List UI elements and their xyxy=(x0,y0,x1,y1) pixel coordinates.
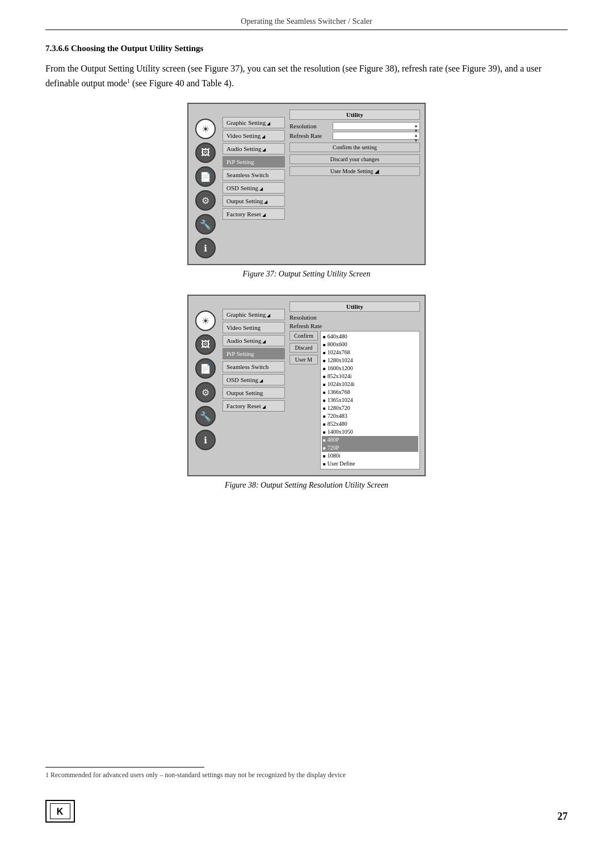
menu-graphic-setting[interactable]: Graphic Setting xyxy=(222,117,285,128)
footnote-divider xyxy=(45,767,204,768)
figure-38-caption: Figure 38: Output Setting Resolution Uti… xyxy=(225,481,388,490)
refresh-rate-row-37: Refresh Rate ▲▼ xyxy=(289,132,420,140)
confirm-btn-area-37: Confirm the setting Discard your changes… xyxy=(289,142,420,177)
res-item-user-define[interactable]: ■User Define xyxy=(322,460,418,468)
res-list-col: ■640x480 ■800x600 ■1024x768 ■1280x1024 ■… xyxy=(320,331,420,469)
utility-title-38: Utility xyxy=(289,301,420,312)
icon-gear: ⚙ xyxy=(195,190,216,211)
icon-brightness: ☀ xyxy=(195,119,216,139)
discard-button-38[interactable]: Discard xyxy=(289,343,318,353)
menu-video-setting[interactable]: Video Setting xyxy=(222,130,285,141)
icon-document-38: 📄 xyxy=(195,358,216,379)
body-text: From the Output Setting Utility screen (… xyxy=(45,61,568,90)
res-item-1366-768[interactable]: ■1366x768 xyxy=(322,388,418,396)
footnote-text: 1 Recommended for advanced users only – … xyxy=(45,771,568,779)
refresh-rate-label-38: Refresh Rate xyxy=(289,322,330,329)
menu-factory-reset[interactable]: Factory Reset xyxy=(222,208,285,220)
page-wrapper: Operating the Seamless Switcher / Scaler… xyxy=(0,0,613,868)
discard-button-37[interactable]: Discard your changes xyxy=(289,154,420,164)
footnote-body: Recommended for advanced users only – no… xyxy=(51,771,346,779)
menu-osd-setting[interactable]: OSD Setting xyxy=(222,182,285,194)
resolution-row-37: Resolution ▲▼ xyxy=(289,122,420,130)
kramer-logo: K xyxy=(45,800,75,823)
res-item-720-483[interactable]: ■720x483 xyxy=(322,412,418,420)
res-buttons-col: Confirm Discard User M xyxy=(289,331,318,469)
res-item-1400-1050[interactable]: ■1400x1050 xyxy=(322,428,418,436)
res-item-480p[interactable]: ■480P xyxy=(322,436,418,444)
section-number: 7.3.6.6 xyxy=(45,44,69,53)
menu-output-setting[interactable]: Output Setting xyxy=(222,195,285,207)
resolution-label-38: Resolution xyxy=(289,314,330,321)
menu-panel-37: Graphic Setting Video Setting Audio Sett… xyxy=(222,110,285,258)
res-item-640[interactable]: ■640x480 xyxy=(322,333,418,341)
section-heading: 7.3.6.6 Choosing the Output Utility Sett… xyxy=(45,44,568,53)
body-paragraph: From the Output Setting Utility screen (… xyxy=(45,64,541,88)
menu-video-setting-38[interactable]: Video Setting xyxy=(222,322,285,333)
res-item-720p[interactable]: ■720P xyxy=(322,444,418,452)
resolution-row-38: Resolution xyxy=(289,314,420,321)
icon-gear-38: ⚙ xyxy=(195,382,216,402)
icon-document: 📄 xyxy=(195,166,216,187)
icon-tool: 🔧 xyxy=(195,214,216,234)
refresh-rate-arrow-37: ▲▼ xyxy=(414,133,418,143)
menu-seamless-switch[interactable]: Seamless Switch xyxy=(222,169,285,181)
icon-info: ℹ xyxy=(195,238,216,258)
res-item-1280-1024[interactable]: ■1280x1024 xyxy=(322,357,418,364)
figure-38-container: ☀ 🖼 📄 ⚙ 🔧 ℹ Graphic Setting Video Settin… xyxy=(45,295,568,490)
page-footer: K 27 xyxy=(45,800,568,823)
utility-title-37: Utility xyxy=(289,110,420,120)
utility-panel-38: Utility Resolution Refresh Rate Confirm … xyxy=(289,301,420,469)
logo-svg: K xyxy=(50,803,70,819)
icon-monitor-38: 🖼 xyxy=(195,334,216,355)
res-item-852-480[interactable]: ■852x480 xyxy=(322,420,418,428)
res-item-800[interactable]: ■800x600 xyxy=(322,341,418,349)
res-item-1600-1200[interactable]: ■1600x1200 xyxy=(322,364,418,372)
menu-audio-setting-38[interactable]: Audio Setting xyxy=(222,335,285,346)
figure-37-container: ☀ 🖼 📄 ⚙ 🔧 ℹ Graphic Setting Video Settin… xyxy=(45,103,568,279)
menu-graphic-setting-38[interactable]: Graphic Setting xyxy=(222,309,285,320)
icon-monitor: 🖼 xyxy=(195,142,216,163)
refresh-rate-label-37: Refresh Rate xyxy=(289,132,330,139)
menu-factory-reset-38[interactable]: Factory Reset xyxy=(222,400,285,412)
res-utility-right: Confirm Discard User M ■640x480 ■800x600… xyxy=(289,331,420,469)
resolution-label-37: Resolution xyxy=(289,123,330,129)
refresh-rate-field-37[interactable]: ▲▼ xyxy=(333,132,420,140)
res-item-1365-1024[interactable]: ■1365x1024 xyxy=(322,396,418,404)
confirm-button-37[interactable]: Confirm the setting xyxy=(289,142,420,152)
icon-sidebar-37: ☀ 🖼 📄 ⚙ 🔧 ℹ xyxy=(193,110,218,258)
menu-osd-setting-38[interactable]: OSD Setting xyxy=(222,374,285,385)
figure-37-caption: Figure 37: Output Setting Utility Screen xyxy=(243,270,371,279)
refresh-rate-row-38: Refresh Rate xyxy=(289,322,420,329)
res-item-852-1024i[interactable]: ■852x1024i xyxy=(322,372,418,380)
svg-text:K: K xyxy=(57,807,64,816)
footnote-number: 1 xyxy=(45,771,49,779)
menu-pip-setting-38[interactable]: PiP Setting xyxy=(222,348,285,359)
confirm-button-38[interactable]: Confirm xyxy=(289,331,318,341)
icon-brightness-38: ☀ xyxy=(195,311,216,331)
menu-panel-38: Graphic Setting Video Setting Audio Sett… xyxy=(222,301,285,469)
menu-audio-setting[interactable]: Audio Setting xyxy=(222,143,285,154)
res-item-1080i[interactable]: ■1080i xyxy=(322,452,418,460)
spacer xyxy=(45,506,568,767)
menu-output-setting-38[interactable]: Output Setting xyxy=(222,387,285,399)
user-mode-button-37[interactable]: User Mode Setting ◢ xyxy=(289,166,420,176)
body-paragraph-end: (see Figure 40 and Table 4). xyxy=(130,78,234,88)
icon-tool-38: 🔧 xyxy=(195,406,216,426)
header-text: Operating the Seamless Switcher / Scaler xyxy=(241,17,372,26)
icon-sidebar-38: ☀ 🖼 📄 ⚙ 🔧 ℹ xyxy=(193,301,218,469)
menu-pip-setting[interactable]: PiP Setting xyxy=(222,156,285,167)
res-item-1024-1024i[interactable]: ■1024x1024i xyxy=(322,380,418,388)
figure-37-screen: ☀ 🖼 📄 ⚙ 🔧 ℹ Graphic Setting Video Settin… xyxy=(187,103,426,265)
resolution-list[interactable]: ■640x480 ■800x600 ■1024x768 ■1280x1024 ■… xyxy=(320,331,420,469)
section-title: Choosing the Output Utility Settings xyxy=(71,44,203,53)
menu-seamless-switch-38[interactable]: Seamless Switch xyxy=(222,361,285,372)
page-header: Operating the Seamless Switcher / Scaler xyxy=(45,17,568,30)
res-item-1280-720[interactable]: ■1280x720 xyxy=(322,404,418,412)
page-number: 27 xyxy=(557,811,568,823)
user-mode-button-38[interactable]: User M xyxy=(289,355,318,364)
utility-panel-37: Utility Resolution ▲▼ Refresh Rate ▲▼ Co… xyxy=(289,110,420,258)
resolution-field-37[interactable]: ▲▼ xyxy=(333,122,420,130)
res-item-1024-768[interactable]: ■1024x768 xyxy=(322,349,418,357)
figure-38-screen: ☀ 🖼 📄 ⚙ 🔧 ℹ Graphic Setting Video Settin… xyxy=(187,295,426,476)
icon-info-38: ℹ xyxy=(195,430,216,450)
